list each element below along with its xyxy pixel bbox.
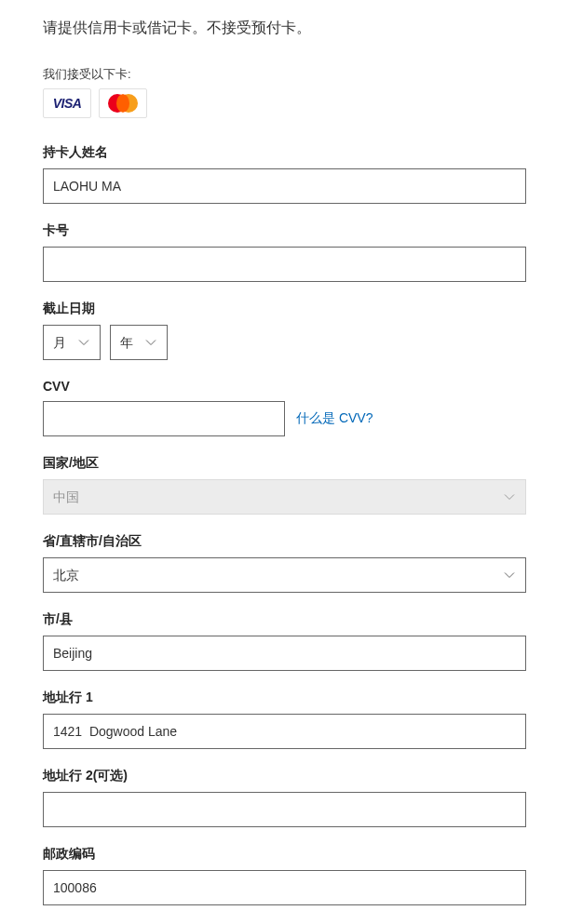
visa-icon: VISA <box>53 96 82 111</box>
expiry-month-select[interactable]: 月 <box>43 325 101 360</box>
country-select: 中国 <box>43 479 526 515</box>
mastercard-icon <box>108 94 138 113</box>
province-select[interactable]: 北京 <box>43 557 526 593</box>
city-label: 市/县 <box>43 611 526 628</box>
expiry-label: 截止日期 <box>43 301 526 317</box>
city-input[interactable] <box>43 636 526 671</box>
province-label: 省/直辖市/自治区 <box>43 533 526 550</box>
cvv-label: CVV <box>43 379 526 394</box>
visa-logo: VISA <box>43 88 91 118</box>
card-number-input[interactable] <box>43 247 526 282</box>
cvv-input[interactable] <box>43 401 285 436</box>
address2-label: 地址行 2(可选) <box>43 768 526 784</box>
cvv-help-link[interactable]: 什么是 CVV? <box>296 410 373 427</box>
postal-label: 邮政编码 <box>43 846 526 863</box>
card-number-label: 卡号 <box>43 222 526 239</box>
cardholder-label: 持卡人姓名 <box>43 144 526 161</box>
postal-input[interactable] <box>43 870 526 905</box>
instructions-text: 请提供信用卡或借记卡。不接受预付卡。 <box>43 19 526 38</box>
country-label: 国家/地区 <box>43 455 526 472</box>
address1-label: 地址行 1 <box>43 690 526 706</box>
cardholder-input[interactable] <box>43 168 526 204</box>
address2-input[interactable] <box>43 792 526 827</box>
expiry-year-select[interactable]: 年 <box>110 325 168 360</box>
mastercard-logo <box>99 88 147 118</box>
address1-input[interactable] <box>43 714 526 749</box>
accepted-cards-label: 我们接受以下卡: <box>43 66 526 83</box>
card-logos-row: VISA <box>43 88 526 118</box>
